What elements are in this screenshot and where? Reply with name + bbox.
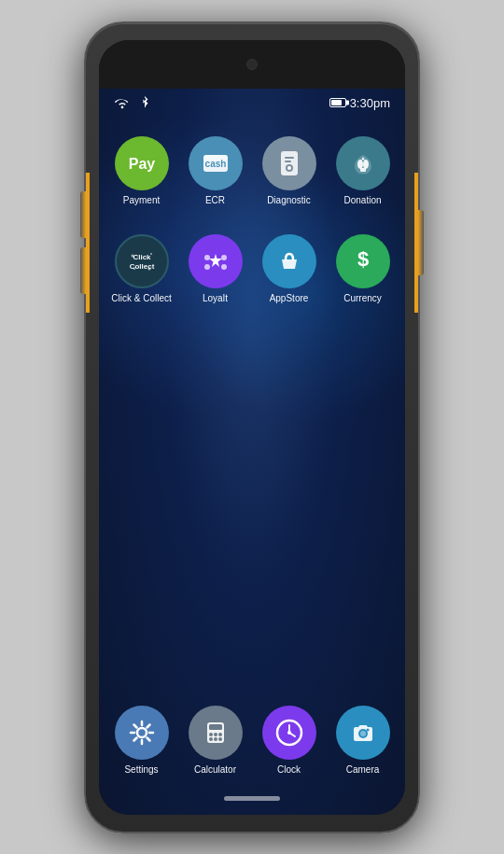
- camera-icon: [336, 706, 390, 760]
- orange-accent-left: [86, 173, 90, 313]
- calculator-label: Calculator: [194, 764, 236, 776]
- app-settings[interactable]: Settings: [108, 706, 175, 776]
- svg-point-21: [221, 255, 227, 260]
- svg-point-31: [209, 737, 213, 741]
- phone-screen-container: 3:30pm Pay Payment: [99, 40, 405, 815]
- donation-label: Donation: [343, 195, 381, 206]
- appstore-label: AppStore: [270, 293, 309, 304]
- svg-point-33: [218, 737, 222, 741]
- app-clickcollect[interactable]: Click Collect Click & Collect: [108, 234, 175, 304]
- svg-text:Click: Click: [133, 253, 151, 261]
- svg-point-25: [137, 728, 147, 737]
- svg-point-30: [218, 733, 222, 736]
- clickcollect-label: Click & Collect: [111, 293, 171, 304]
- bluetooth-icon: [136, 96, 153, 109]
- svg-rect-5: [281, 151, 298, 175]
- svg-rect-8: [285, 157, 294, 159]
- clickcollect-icon: Click Collect: [115, 234, 169, 288]
- phone-device: 3:30pm Pay Payment: [84, 21, 420, 833]
- power-button[interactable]: [418, 210, 424, 275]
- clock-icon: [262, 706, 316, 760]
- clock-label: Clock: [277, 764, 301, 776]
- svg-point-10: [357, 160, 363, 169]
- svg-point-40: [366, 728, 369, 731]
- nav-bar: [99, 789, 405, 815]
- app-payment[interactable]: Pay Payment: [108, 136, 175, 206]
- svg-point-7: [287, 166, 291, 170]
- loyalt-icon: [189, 234, 243, 288]
- dock: Settings: [99, 696, 405, 789]
- app-grid-row1: Pay Payment cash ECR: [99, 118, 405, 216]
- svg-point-23: [221, 264, 227, 270]
- svg-rect-27: [209, 724, 222, 730]
- loyalt-label: LoyaIt: [203, 293, 228, 304]
- svg-point-39: [360, 731, 366, 736]
- svg-text:$: $: [357, 247, 368, 271]
- svg-text:Pay: Pay: [128, 156, 155, 172]
- payment-label: Payment: [123, 195, 160, 206]
- app-grid-row2: Click Collect Click & Collect: [99, 216, 405, 314]
- appstore-icon: [262, 234, 316, 288]
- status-left-icons: [114, 96, 153, 109]
- app-appstore[interactable]: AppStore: [256, 234, 322, 304]
- app-clock[interactable]: Clock: [256, 706, 322, 776]
- svg-point-22: [204, 264, 210, 270]
- svg-point-37: [287, 731, 291, 735]
- camera-label: Camera: [346, 764, 380, 776]
- svg-point-18: [133, 268, 135, 270]
- svg-rect-4: [203, 155, 228, 161]
- svg-point-11: [363, 160, 369, 169]
- app-camera[interactable]: Camera: [329, 706, 396, 776]
- status-time: 3:30pm: [329, 96, 390, 110]
- svg-marker-19: [209, 254, 222, 267]
- settings-label: Settings: [124, 764, 158, 776]
- battery-icon: [329, 98, 346, 107]
- nav-pill[interactable]: [224, 796, 280, 801]
- svg-rect-12: [360, 168, 366, 172]
- diagnostic-icon: [262, 136, 316, 190]
- wifi-icon: [114, 96, 131, 109]
- calculator-icon: [189, 706, 243, 760]
- front-camera: [246, 59, 258, 70]
- app-diagnostic[interactable]: Diagnostic: [256, 136, 322, 206]
- status-bar: 3:30pm: [99, 89, 405, 118]
- app-loyalt[interactable]: LoyaIt: [182, 234, 248, 304]
- currency-label: Currency: [343, 293, 382, 304]
- app-calculator[interactable]: Calculator: [182, 706, 248, 776]
- app-currency[interactable]: $ Currency: [329, 234, 396, 304]
- currency-icon: $: [336, 234, 390, 288]
- camera-bar: [99, 40, 405, 89]
- screen: 3:30pm Pay Payment: [99, 89, 405, 815]
- settings-icon: [115, 706, 169, 760]
- svg-point-16: [150, 253, 152, 255]
- app-ecr[interactable]: cash ECR: [182, 136, 248, 206]
- donation-icon: [336, 136, 390, 190]
- ecr-icon: cash: [189, 136, 243, 190]
- svg-point-15: [131, 254, 133, 257]
- svg-text:Collect: Collect: [129, 262, 154, 271]
- svg-point-20: [204, 255, 210, 260]
- orange-accent-right: [414, 173, 418, 313]
- svg-point-29: [214, 733, 217, 736]
- ecr-label: ECR: [205, 195, 225, 206]
- svg-point-28: [209, 733, 213, 736]
- svg-point-17: [147, 267, 150, 270]
- svg-rect-9: [285, 161, 291, 162]
- app-donation[interactable]: Donation: [329, 136, 396, 206]
- svg-point-32: [214, 737, 217, 741]
- diagnostic-label: Diagnostic: [267, 195, 311, 206]
- payment-icon: Pay: [115, 136, 169, 190]
